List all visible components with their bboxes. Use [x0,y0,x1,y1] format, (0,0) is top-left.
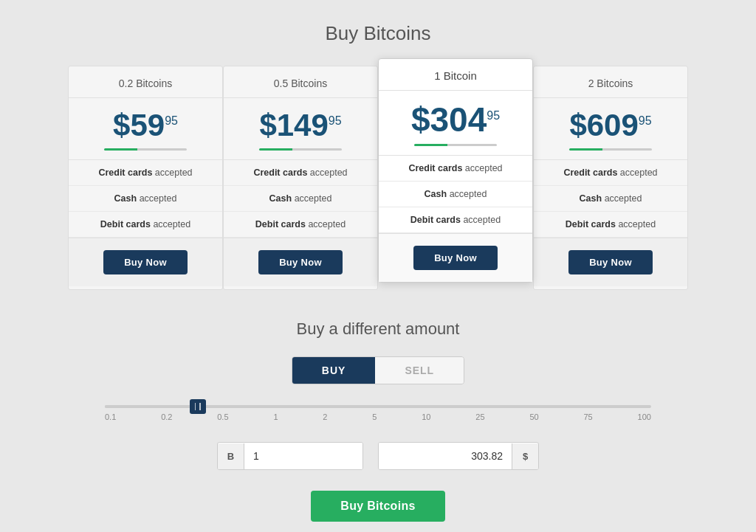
card-feature: Cash accepted [534,186,687,212]
slider-thumb[interactable] [190,399,206,414]
buy-now-button[interactable]: Buy Now [568,250,653,274]
card-feature: Debit cards accepted [69,212,222,238]
slider-label: 1 [273,412,278,421]
buy-now-button[interactable]: Buy Now [103,250,188,274]
sell-toggle-btn[interactable]: SELL [375,357,464,384]
buy-toggle-btn[interactable]: BUY [292,357,376,384]
card-feature: Debit cards accepted [534,212,687,238]
card-card-1: 1 Bitcoin$30495Credit cards acceptedCash… [378,58,533,283]
slider-track [105,405,651,408]
card-header: 1 Bitcoin [379,59,532,91]
slider-container: 0.10.20.512510255075100 [97,405,659,421]
pricing-cards: 0.2 Bitcoins$5995Credit cards acceptedCa… [68,66,688,290]
card-feature: Credit cards accepted [534,160,687,186]
card-header: 0.5 Bitcoins [224,66,377,98]
card-feature: Debit cards accepted [379,207,532,233]
buy-now-button[interactable]: Buy Now [413,246,498,270]
buy-now-button[interactable]: Buy Now [258,250,343,274]
card-card-02: 0.2 Bitcoins$5995Credit cards acceptedCa… [68,66,223,290]
buy-sell-toggle: BUY SELL [292,356,464,384]
price-section: $30495 [379,91,532,156]
price: $30495 [386,103,525,137]
price-bar [104,148,188,151]
card-header: 2 Bitcoins [534,66,687,98]
card-header: 0.2 Bitcoins [69,66,222,98]
slider-label: 0.1 [105,412,116,421]
input-row: B $ [217,442,539,470]
usd-input-group: $ [378,442,539,470]
card-title: 2 Bitcoins [588,77,633,89]
card-feature: Credit cards accepted [379,156,532,182]
price-section: $60995 [534,98,687,160]
card-title: 0.5 Bitcoins [274,77,327,89]
slider-label: 0.2 [161,412,172,421]
slider-label: 5 [372,412,377,421]
price: $60995 [541,110,680,141]
card-feature: Cash accepted [69,186,222,212]
price-bar [259,148,343,151]
card-footer: Buy Now [224,238,377,286]
section-title: Buy a different amount [297,319,460,339]
slider-label: 25 [475,412,484,421]
card-feature: Credit cards accepted [224,160,377,186]
slider-label: 50 [529,412,538,421]
slider-label: 100 [638,412,651,421]
price: $14995 [231,110,370,141]
card-feature: Cash accepted [224,186,377,212]
card-feature: Cash accepted [379,182,532,207]
slider-label: 10 [422,412,430,421]
card-card-2: 2 Bitcoins$60995Credit cards acceptedCas… [533,66,688,290]
different-amount-section: Buy a different amount BUY SELL 0.10.20.… [75,319,681,522]
slider-label: 0.5 [217,412,228,421]
price-section: $5995 [69,98,222,160]
card-footer: Buy Now [534,238,687,286]
page-title: Buy Bitcoins [325,22,430,45]
slider-fill [105,405,198,408]
price-section: $14995 [224,98,377,160]
price-bar [569,148,653,151]
price: $5995 [76,110,215,141]
card-footer: Buy Now [69,238,222,286]
card-title: 0.2 Bitcoins [119,77,172,89]
usd-input[interactable] [379,443,512,469]
usd-suffix: $ [512,443,538,469]
btc-input-group: B [217,442,363,470]
price-bar [414,144,498,146]
card-card-05: 0.5 Bitcoins$14995Credit cards acceptedC… [223,66,378,290]
card-footer: Buy Now [379,233,532,282]
slider-label: 75 [583,412,592,421]
btc-prefix: B [218,443,244,469]
buy-bitcoins-button[interactable]: Buy Bitcoins [311,491,444,522]
card-feature: Credit cards accepted [69,160,222,186]
slider-label: 2 [323,412,327,421]
card-title: 1 Bitcoin [434,69,477,82]
btc-input[interactable] [244,443,362,469]
slider-labels: 0.10.20.512510255075100 [105,412,651,421]
card-feature: Debit cards accepted [224,212,377,238]
